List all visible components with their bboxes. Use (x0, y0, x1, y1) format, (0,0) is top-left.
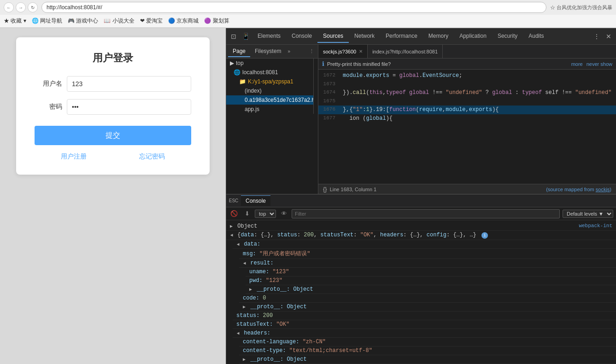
result-proto-arrow: ▶ (249, 287, 252, 292)
tree-appjs-label: app.js (245, 106, 259, 112)
console-filter-icon[interactable]: ⬇ (242, 209, 252, 219)
forgot-password-link[interactable]: 忘记密码 (139, 153, 165, 161)
tab-audits[interactable]: Audits (523, 30, 549, 43)
console-result-proto[interactable]: ▶ __proto__: Object (246, 285, 616, 294)
tree-localhost[interactable]: 🌐 localhost:8081 (226, 68, 313, 77)
tab-network[interactable]: Network (349, 30, 380, 43)
msg-value: "用户或者密码错误" (259, 251, 310, 257)
tree-sockjs[interactable]: 0.a198a3ce51de7c1637a2.hot-upd (226, 95, 313, 105)
tree-appjs[interactable]: app.js (226, 105, 313, 114)
tree-index[interactable]: (index) (226, 86, 313, 95)
console-pwd: pwd: "123" (246, 276, 616, 285)
address-bar[interactable] (41, 2, 546, 13)
bookmark-nav[interactable]: 🌐 网址导航 (32, 17, 62, 25)
refresh-button[interactable]: ↻ (28, 2, 38, 12)
tab-application[interactable]: Application (454, 30, 492, 43)
console-context-select[interactable]: top (255, 210, 276, 218)
console-headers[interactable]: ▼ headers: (233, 329, 616, 338)
password-row: 密码 (35, 99, 191, 115)
editor-tab-sockjs-close[interactable]: ✕ (359, 49, 363, 54)
console-toolbar: 🚫 ⬇ top 👁 Default levels ▼ (226, 207, 616, 220)
bookmark-juhua[interactable]: 🟣 聚划算 (204, 17, 229, 25)
console-filter-input[interactable] (292, 209, 560, 218)
tab-console[interactable]: Console (286, 30, 317, 43)
editor-tabs: sockjs.js?3600 ✕ index.js?http://localho… (318, 45, 616, 59)
sources-more-icon[interactable]: ⋮ (307, 47, 316, 56)
data-proto-key: __proto__: Object (250, 304, 306, 310)
subtab-filesystem[interactable]: Filesystem (250, 46, 286, 57)
code-line-1677: 1677 ion (global){ (318, 114, 616, 123)
bookmark-games[interactable]: 🎮 游戏中心 (68, 17, 98, 25)
sockjs-link[interactable]: sockjs (596, 187, 610, 192)
pp-more-link[interactable]: more (571, 61, 583, 67)
console-status: status: 200 (233, 311, 616, 320)
root-object-text: {data: {…}, status: 200, statusText: "OK… (237, 232, 488, 238)
back-button[interactable]: ← (4, 2, 14, 12)
login-card: 用户登录 用户名 密码 提交 用户注册 忘记密码 (16, 37, 210, 175)
headers-proto-key: __proto__: Object (250, 356, 306, 363)
object-label: Object (237, 223, 257, 229)
tab-sources[interactable]: Sources (317, 30, 349, 43)
subtab-more[interactable]: » (286, 48, 292, 55)
editor-tab-sockjs[interactable]: sockjs.js?3600 ✕ (318, 45, 368, 58)
result-proto-key: __proto__: Object (257, 286, 313, 293)
main-content: 用户登录 用户名 密码 提交 用户注册 忘记密码 ⊡ 📱 Elements Co… (0, 28, 616, 364)
console-clear-icon[interactable]: 🚫 (229, 209, 239, 219)
console-root-object-line[interactable]: ▼ {data: {…}, status: 200, statusText: "… (226, 231, 616, 240)
devtools-tabs: Elements Console Sources Network Perform… (252, 30, 590, 43)
pretty-print-bar: ℹ Pretty-print this minified file? more … (318, 59, 616, 70)
password-label: 密码 (35, 103, 62, 111)
data-key: data: (244, 241, 260, 247)
devtools-panel: ⊡ 📱 Elements Console Sources Network Per… (226, 28, 616, 364)
nav-buttons: ← → ↻ (4, 2, 38, 12)
devtools-cursor-icon[interactable]: ⊡ (228, 31, 239, 42)
folder-icon: 🌐 (234, 69, 241, 76)
pp-never-link[interactable]: never show (587, 61, 612, 67)
console-object-line[interactable]: ▶ Object webpack-int (226, 222, 616, 231)
console-result[interactable]: ▼ result: (239, 259, 616, 268)
editor-tab-index[interactable]: index.js?http://localhost:8081 (368, 45, 443, 58)
tree-sockjs-label: 0.a198a3ce51de7c1637a2.hot-upd (245, 97, 313, 103)
tab-security[interactable]: Security (492, 30, 523, 43)
devtools-close-icon[interactable]: ✕ (603, 31, 614, 42)
console-eye-icon[interactable]: 👁 (279, 209, 289, 219)
webpack-link[interactable]: webpack-int (579, 223, 612, 229)
tree-project-folder[interactable]: 📁 K:/y1-spa/yzpspa1 (226, 77, 313, 86)
devtools-topbar: ⊡ 📱 Elements Console Sources Network Per… (226, 28, 616, 45)
devtools-mobile-icon[interactable]: 📱 (240, 31, 251, 42)
bookmark-jd[interactable]: 🔵 京东商城 (168, 17, 199, 25)
tree-top[interactable]: ▶ top (226, 59, 313, 68)
devtools-more-icon[interactable]: ⋮ (591, 31, 602, 42)
bookmark-novels[interactable]: 📖 小说大全 (104, 17, 134, 25)
pretty-print-text: Pretty-print this minified file? (327, 61, 391, 67)
content-lang-value: "zh-CN" (303, 339, 326, 345)
console-data[interactable]: ▼ data: (233, 240, 616, 249)
console-headers-proto[interactable]: ▶ __proto__: Object (239, 355, 616, 364)
source-map-link[interactable]: (source mapped from sockjs) (546, 187, 611, 192)
submit-button[interactable]: 提交 (35, 126, 191, 145)
console-code: code: 0 (239, 294, 616, 303)
object-expand-arrow: ▶ (230, 223, 233, 229)
bookmark-taobao[interactable]: ❤ 爱淘宝 (140, 17, 163, 25)
root-expand-arrow: ▼ (229, 234, 234, 236)
result-key: result: (250, 260, 273, 266)
console-msg: msg: "用户或者密码错误" (239, 249, 616, 259)
console-tab[interactable]: Console (241, 195, 270, 206)
status-text-value: "OK" (276, 321, 289, 328)
console-level-select[interactable]: Default levels ▼ (563, 210, 613, 218)
username-input[interactable] (67, 76, 191, 92)
register-link[interactable]: 用户注册 (61, 153, 87, 161)
content-type-value: "text/html;charset=utf-8" (289, 347, 372, 354)
forward-button[interactable]: → (16, 2, 26, 12)
tab-memory[interactable]: Memory (423, 30, 454, 43)
console-data-proto[interactable]: ▶ __proto__: Object (239, 303, 616, 311)
form-links: 用户注册 忘记密码 (35, 153, 191, 161)
tab-performance[interactable]: Performance (380, 30, 423, 43)
password-input[interactable] (67, 99, 191, 115)
bookmark-favorites[interactable]: ★ 收藏 ▾ (4, 17, 26, 25)
subtab-page[interactable]: Page (228, 46, 250, 57)
pwd-key: pwd: (249, 277, 266, 284)
username-label: 用户名 (35, 80, 62, 88)
tab-elements[interactable]: Elements (252, 30, 286, 43)
console-escape-icon[interactable]: ESC (228, 195, 239, 206)
